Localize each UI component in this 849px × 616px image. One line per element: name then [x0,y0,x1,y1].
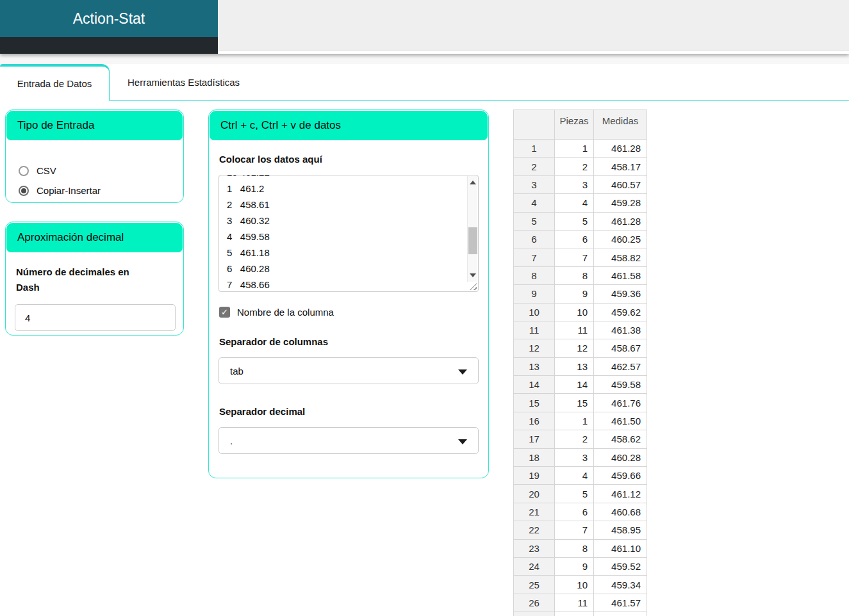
row-index-cell: 6 [514,230,555,248]
medidas-cell[interactable]: 460.28 [594,448,647,466]
tab-herramientas-estadisticas[interactable]: Herramientas Estadísticas [110,64,258,101]
medidas-cell[interactable]: 459.36 [594,285,647,303]
table-row: 2510459.34 [514,576,647,594]
piezas-cell[interactable] [555,612,594,616]
piezas-cell[interactable]: 7 [555,248,594,266]
decimal-separator-select[interactable]: . [218,427,479,454]
paste-textarea[interactable]: 15 461.22 1 461.2 2 458.61 3 460.32 4 45… [218,175,479,292]
scroll-down-icon[interactable] [470,273,476,277]
piezas-cell[interactable]: 5 [555,485,594,503]
row-index-cell: 24 [514,557,555,575]
medidas-cell[interactable]: 458.82 [594,248,647,266]
table-row: 216460.68 [514,503,647,521]
row-index-cell: 2 [514,158,555,175]
decimal-approx-panel: Aproximación decimal Número de decimales… [5,222,184,336]
decimals-input[interactable] [15,304,176,331]
decimal-separator-label: Separador decimal [219,404,478,419]
paste-textarea-label: Colocar los datos aquí [219,152,478,167]
checkbox-checked-icon[interactable]: ✓ [219,307,230,318]
piezas-cell[interactable]: 1 [555,412,594,430]
radio-label: Copiar-Insertar [37,185,101,196]
tab-entrada-de-datos[interactable]: Entrada de Datos [0,64,110,101]
decimals-label: Número de decimales en Dash [6,253,160,300]
paste-panel-title: Ctrl + c, Ctrl + v de datos [210,111,488,140]
medidas-cell[interactable]: 459.58 [594,376,647,394]
medidas-cell[interactable]: 461.10 [594,539,647,557]
medidas-cell[interactable]: 461.28 [594,140,647,158]
medidas-cell[interactable]: 459.28 [594,194,647,212]
row-index-cell: 13 [514,357,555,375]
medidas-cell[interactable]: 459.66 [594,467,647,485]
scrollbar-thumb[interactable] [468,227,477,254]
radio-option-copiar-insertar[interactable]: Copiar-Insertar [19,185,183,196]
medidas-cell[interactable]: 458.62 [594,430,647,448]
medidas-cell[interactable]: 461.12 [594,485,647,503]
medidas-cell[interactable]: 458.67 [594,339,647,357]
resize-grip-icon[interactable] [470,283,477,290]
medidas-cell[interactable]: 461.76 [594,394,647,412]
textarea-scrollbar[interactable] [467,176,477,282]
decimal-approx-panel-title: Aproximación decimal [6,223,183,252]
piezas-cell[interactable]: 15 [555,394,594,412]
piezas-cell[interactable]: 6 [555,230,594,248]
piezas-cell[interactable]: 12 [555,339,594,357]
medidas-cell[interactable]: 459.34 [594,576,647,594]
checkbox-label: Nombre de la columna [237,307,334,318]
table-row: 1010459.62 [514,303,647,321]
radio-option-csv[interactable]: CSV [19,165,183,176]
data-table-body: 11461.2822458.1733460.5744459.2855461.28… [514,140,647,616]
piezas-cell[interactable]: 11 [555,594,594,612]
column-separator-select[interactable]: tab [218,357,479,384]
column-name-checkbox-row[interactable]: ✓ Nombre de la columna [219,307,478,318]
piezas-cell[interactable]: 10 [555,576,594,594]
row-index-cell: 7 [514,248,555,266]
piezas-cell[interactable]: 4 [555,467,594,485]
row-index-cell: 9 [514,285,555,303]
medidas-cell[interactable]: 459.52 [594,557,647,575]
medidas-cell[interactable]: 458.95 [594,521,647,539]
piezas-cell[interactable]: 2 [555,430,594,448]
scroll-up-icon[interactable] [470,181,476,184]
row-index-cell: 8 [514,266,555,284]
piezas-cell[interactable]: 11 [555,321,594,339]
table-row: 1414459.58 [514,376,647,394]
medidas-cell[interactable]: 460.68 [594,503,647,521]
piezas-cell[interactable]: 14 [555,376,594,394]
medidas-cell[interactable]: 459.62 [594,303,647,321]
medidas-cell[interactable]: 460.25 [594,230,647,248]
row-index-cell: 12 [514,339,555,357]
medidas-cell[interactable]: 461.57 [594,594,647,612]
table-column: Piezas Medidas 11461.2822458.1733460.574… [513,109,647,616]
medidas-cell[interactable]: 462.57 [594,357,647,375]
column-separator-value: tab [230,366,243,377]
piezas-cell[interactable]: 3 [555,175,594,193]
row-index-cell: 22 [514,521,555,539]
piezas-cell[interactable]: 5 [555,212,594,230]
piezas-cell[interactable]: 6 [555,503,594,521]
piezas-cell[interactable]: 9 [555,557,594,575]
medidas-cell[interactable]: 461.38 [594,321,647,339]
piezas-cell[interactable]: 4 [555,194,594,212]
medidas-cell[interactable]: 458.17 [594,158,647,175]
piezas-cell[interactable]: 7 [555,521,594,539]
piezas-cell[interactable]: 1 [555,140,594,158]
app-title: Action-Stat [73,10,145,28]
row-index-cell: 18 [514,448,555,466]
table-row: 161461.50 [514,412,647,430]
table-row: 227458.95 [514,521,647,539]
piezas-cell[interactable]: 8 [555,266,594,284]
piezas-cell[interactable]: 10 [555,303,594,321]
medidas-cell[interactable]: 461.28 [594,212,647,230]
medidas-cell[interactable]: 460.57 [594,175,647,193]
medidas-cell[interactable]: 461.58 [594,266,647,284]
piezas-cell[interactable]: 3 [555,448,594,466]
medidas-cell[interactable]: 461.50 [594,412,647,430]
chevron-down-icon [458,439,467,444]
piezas-cell[interactable]: 13 [555,357,594,375]
header-gray-panel [218,0,849,51]
piezas-cell[interactable]: 2 [555,158,594,175]
brand-block: Action-Stat [0,0,218,54]
piezas-cell[interactable]: 9 [555,285,594,303]
piezas-cell[interactable]: 8 [555,539,594,557]
medidas-cell[interactable] [594,612,647,616]
